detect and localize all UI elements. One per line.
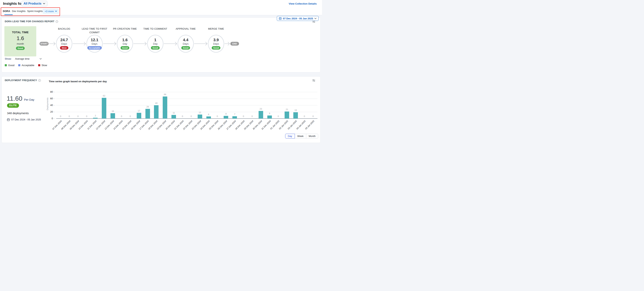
bar-value-label: 0 bbox=[74, 115, 82, 117]
legend-swatch bbox=[38, 64, 40, 66]
y-tick-mark bbox=[54, 99, 55, 99]
chart-bar[interactable] bbox=[137, 113, 141, 119]
bar-value-label: 8 bbox=[222, 113, 230, 115]
stage-unit: Day bbox=[153, 42, 158, 45]
deployments-bar-chart: Deployments 020406080007 Dec 2024008 Dec… bbox=[2, 77, 320, 143]
chart-bar[interactable] bbox=[232, 116, 237, 119]
info-icon[interactable]: i bbox=[56, 20, 58, 23]
chart-bar[interactable] bbox=[172, 115, 176, 119]
legend-item: Slow bbox=[38, 64, 47, 67]
bar-value-label: 0 bbox=[274, 115, 282, 117]
legend-item: Good bbox=[5, 64, 14, 67]
stage-unit: Days bbox=[213, 42, 219, 45]
x-axis-label: 04 Jan 2025 bbox=[296, 120, 306, 130]
tab-sprint-insights[interactable]: Sprint Insights bbox=[27, 7, 43, 15]
stage-value: 1 bbox=[154, 38, 156, 42]
show-filter-label: Show: bbox=[5, 57, 12, 60]
gridline bbox=[56, 112, 318, 112]
chevron-down-icon bbox=[43, 3, 45, 4]
chart-bar[interactable] bbox=[93, 118, 98, 119]
granularity-day-button[interactable]: Day bbox=[285, 134, 295, 138]
bar-value-label: 0 bbox=[188, 115, 195, 117]
date-range-picker[interactable]: 07 Dec 2024 - 05 Jan 2025 bbox=[277, 16, 318, 21]
legend-label: Acceptable bbox=[22, 64, 34, 67]
bar-value-label: 21 bbox=[283, 108, 291, 111]
chart-bar[interactable] bbox=[258, 111, 263, 119]
chart-bar[interactable] bbox=[110, 113, 115, 119]
stage-rating-badge: Good bbox=[181, 46, 190, 50]
stage-name-label: MERGE TIME bbox=[203, 27, 229, 31]
gridline bbox=[56, 92, 318, 92]
y-tick-label: 20 bbox=[47, 110, 53, 113]
dora-lead-time-card: DORA LEAD TIME FOR CHANGES REPORT i TOTA… bbox=[2, 18, 320, 72]
stage-name-label: LEAD TIME TO FIRST COMMIT bbox=[81, 27, 108, 34]
legend-swatch bbox=[18, 64, 20, 66]
legend-swatch bbox=[5, 64, 7, 66]
dora-card-title: DORA LEAD TIME FOR CHANGES REPORT i bbox=[5, 20, 58, 23]
stage-rating-badge: Good bbox=[212, 46, 220, 50]
y-tick-mark bbox=[54, 112, 55, 112]
calendar-icon bbox=[279, 17, 282, 20]
chart-bar[interactable] bbox=[206, 116, 211, 119]
stage-unit: Days bbox=[61, 42, 67, 45]
bar-value-label: 40 bbox=[152, 102, 160, 104]
stage-circle: 12.1DaysAcceptable bbox=[86, 35, 103, 53]
bar-value-label: 19 bbox=[292, 109, 300, 111]
granularity-toggle: Day Week Month bbox=[285, 134, 318, 138]
stage-value: 24.7 bbox=[60, 38, 68, 42]
chevron-down-icon bbox=[55, 11, 57, 12]
total-time-label: TOTAL TIME bbox=[4, 31, 36, 34]
stage-value: 12.1 bbox=[91, 38, 98, 42]
deployment-frequency-card: DEPLOYMENT FREQUENCY i Time series graph… bbox=[2, 76, 320, 143]
stage-value: 4.4 bbox=[183, 38, 188, 42]
chart-bar[interactable] bbox=[154, 105, 158, 119]
stage-rating-badge: Good bbox=[120, 46, 130, 50]
stage-name-label: APPROVAL TIME bbox=[172, 27, 199, 31]
tab-dev-insights[interactable]: Dev Insights bbox=[12, 7, 26, 15]
flow-end-pill: END bbox=[230, 42, 239, 46]
tab-bar: DORA Dev Insights Sprint Insights +3 mor… bbox=[0, 7, 322, 15]
stage-value: 3.9 bbox=[214, 38, 219, 42]
stage-rating-badge: Acceptable bbox=[87, 46, 102, 50]
stage-value: 1.6 bbox=[122, 38, 128, 42]
chevron-down-icon bbox=[314, 18, 316, 19]
chart-bar[interactable] bbox=[267, 116, 272, 119]
gridline bbox=[56, 99, 318, 99]
y-tick-label: 80 bbox=[47, 90, 53, 93]
product-selector[interactable]: All Products bbox=[21, 1, 48, 7]
bar-value-label: 11 bbox=[170, 112, 178, 114]
bar-value-label: 29 bbox=[144, 106, 152, 108]
x-axis-label: 02 Jan 2025 bbox=[278, 120, 288, 130]
product-selector-label: All Products bbox=[24, 2, 42, 5]
total-rating-badge: Good bbox=[16, 47, 25, 50]
total-time-panel: TOTAL TIME 1.6 month Good bbox=[4, 26, 36, 56]
stage-rating-badge: Slow bbox=[60, 46, 68, 50]
flow-start-pill: START bbox=[40, 42, 48, 46]
granularity-month-button[interactable]: Month bbox=[306, 134, 318, 138]
more-tabs-button[interactable]: +3 more bbox=[43, 9, 59, 14]
stage-circle: 24.7DaysSlow bbox=[56, 35, 72, 53]
chart-bar[interactable] bbox=[284, 112, 289, 119]
bar-value-label: 6 bbox=[205, 113, 212, 116]
chart-bar[interactable] bbox=[102, 98, 106, 119]
chart-bar[interactable] bbox=[163, 97, 167, 119]
tab-dora[interactable]: DORA bbox=[3, 7, 10, 15]
show-filter-value: Average time bbox=[15, 57, 30, 60]
show-filter-dropdown[interactable]: Show: Average time bbox=[5, 57, 42, 60]
x-axis-label: 03 Jan 2025 bbox=[287, 120, 297, 130]
y-tick-label: 60 bbox=[47, 97, 53, 100]
granularity-week-button[interactable]: Week bbox=[295, 134, 306, 138]
chart-bar[interactable] bbox=[146, 109, 150, 119]
view-collection-details-link[interactable]: View Collection Details bbox=[288, 2, 317, 5]
bar-value-label: 17 bbox=[135, 110, 143, 112]
stage-rating-badge: Good bbox=[151, 46, 160, 50]
chart-bar[interactable] bbox=[198, 115, 202, 119]
stage-circle: 1DayGood bbox=[147, 35, 164, 53]
y-tick-mark bbox=[54, 92, 55, 92]
legend-item: Acceptable bbox=[18, 64, 34, 67]
stage-name-label: BACKLOG bbox=[51, 27, 78, 31]
chart-bar[interactable] bbox=[224, 116, 228, 119]
legend-label: Good bbox=[8, 64, 14, 67]
topbar: Insights for All Products View Collectio… bbox=[0, 0, 322, 7]
chart-bar[interactable] bbox=[293, 112, 298, 119]
